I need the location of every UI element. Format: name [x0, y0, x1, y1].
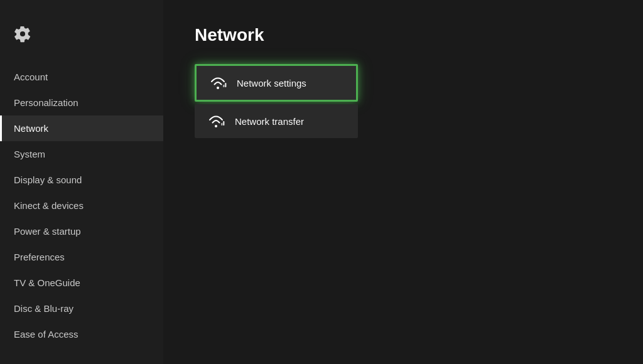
svg-rect-2 [225, 83, 227, 87]
sidebar-item-power-startup[interactable]: Power & startup [0, 218, 163, 244]
sidebar-item-disc-bluray[interactable]: Disc & Blu-ray [0, 296, 163, 321]
sidebar-item-ease-of-access[interactable]: Ease of Access [0, 321, 163, 347]
svg-rect-1 [223, 85, 225, 87]
sidebar-navigation: Account Personalization Network System D… [0, 64, 163, 347]
sidebar-item-preferences[interactable]: Preferences [0, 244, 163, 270]
svg-point-3 [215, 125, 217, 127]
wifi-transfer-icon [207, 114, 225, 128]
main-content: Network Network settings [163, 0, 643, 364]
sidebar-item-account[interactable]: Account [0, 64, 163, 90]
gear-icon-container[interactable] [0, 19, 163, 64]
network-settings-label: Network settings [237, 78, 306, 88]
sidebar-item-tv-oneguide[interactable]: TV & OneGuide [0, 270, 163, 296]
sidebar-item-system[interactable]: System [0, 141, 163, 167]
network-settings-item[interactable]: Network settings [195, 64, 358, 102]
sidebar-item-kinect-devices[interactable]: Kinect & devices [0, 193, 163, 218]
svg-point-0 [217, 87, 219, 89]
sidebar: Account Personalization Network System D… [0, 0, 163, 364]
svg-rect-5 [223, 121, 225, 126]
sidebar-item-network[interactable]: Network [0, 115, 163, 141]
network-transfer-item[interactable]: Network transfer [195, 104, 358, 138]
gear-icon [14, 25, 31, 43]
sidebar-item-personalization[interactable]: Personalization [0, 90, 163, 115]
wifi-signal-icon [209, 76, 227, 90]
network-transfer-label: Network transfer [235, 116, 304, 127]
svg-rect-4 [221, 123, 223, 126]
page-title: Network [195, 25, 612, 45]
network-menu-list: Network settings Network transfer [195, 64, 358, 138]
sidebar-item-display-sound[interactable]: Display & sound [0, 167, 163, 193]
